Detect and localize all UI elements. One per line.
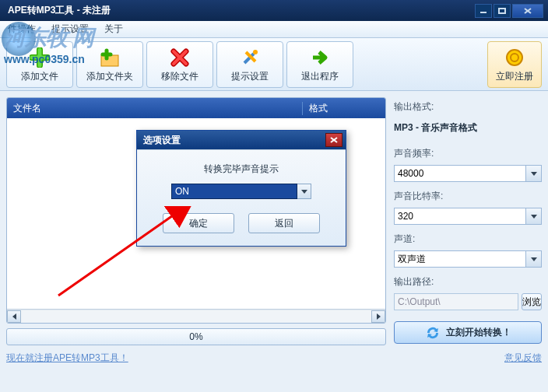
progress-bar: 0% [6, 328, 386, 345]
svg-rect-1 [499, 9, 505, 13]
start-button-label: 立刻开始转换！ [446, 326, 511, 339]
svg-point-6 [507, 50, 522, 65]
title-bar: APE转MP3工具 - 未注册 [0, 0, 548, 21]
chevron-right-icon [377, 313, 381, 320]
scroll-track[interactable] [21, 310, 371, 323]
right-pane: 输出格式: MP3 - 音乐声音格式 声音频率: 声音比特率: 声道: 输出路径… [394, 97, 542, 365]
chevron-down-icon [531, 215, 537, 219]
output-path-input[interactable] [394, 293, 518, 310]
remove-file-button[interactable]: 移除文件 [146, 41, 213, 88]
maximize-button[interactable] [494, 4, 511, 18]
bitrate-dropdown-button[interactable] [526, 208, 542, 225]
browse-button[interactable]: 浏览 [522, 293, 542, 310]
list-header: 文件名 格式 [7, 98, 385, 118]
svg-rect-4 [101, 55, 118, 66]
menu-bar: 件操作 提示设置 关于 [0, 21, 548, 38]
sound-prompt-select[interactable] [171, 184, 297, 199]
bitrate-label: 声音比特率: [394, 190, 542, 203]
chevron-down-icon [531, 172, 537, 176]
channel-dropdown-button[interactable] [526, 250, 542, 268]
channel-input[interactable] [394, 250, 526, 268]
sample-rate-dropdown-button[interactable] [526, 165, 542, 182]
scroll-right-button[interactable] [371, 310, 385, 323]
dialog-ok-button[interactable]: 确定 [163, 213, 234, 233]
output-format-value: MP3 - 音乐声音格式 [394, 118, 542, 139]
column-format[interactable]: 格式 [303, 102, 328, 115]
chevron-left-icon [12, 313, 16, 320]
output-format-label: 输出格式: [394, 100, 542, 114]
output-path-label: 输出路径: [394, 275, 542, 289]
minimize-button[interactable] [475, 4, 492, 18]
dialog-close-button[interactable] [325, 133, 342, 147]
register-button[interactable]: 立即注册 [487, 41, 542, 88]
sample-rate-label: 声音频率: [394, 147, 542, 160]
tools-icon [239, 47, 261, 68]
channel-label: 声道: [394, 233, 542, 246]
chevron-down-icon [301, 190, 307, 194]
horizontal-scrollbar[interactable] [7, 309, 385, 323]
plus-folder-icon [99, 47, 121, 68]
watermark-logo [2, 22, 36, 56]
add-folder-button[interactable]: 添加文件夹 [76, 41, 143, 88]
dialog-prompt-label: 转换完毕声音提示 [149, 163, 333, 176]
scroll-left-button[interactable] [7, 310, 21, 323]
dialog-title: 选项设置 [143, 134, 325, 147]
toolbar: 添加文件 添加文件夹 移除文件 提示设置 退出程序 立即注册 [0, 38, 548, 91]
exit-button[interactable]: 退出程序 [286, 41, 353, 88]
feedback-link[interactable]: 意见反馈 [394, 352, 542, 365]
sound-prompt-dropdown-button[interactable] [297, 184, 311, 199]
chevron-down-icon [531, 257, 537, 261]
svg-point-5 [253, 50, 258, 54]
register-link[interactable]: 现在就注册APE转MP3工具！ [6, 352, 386, 365]
column-filename[interactable]: 文件名 [7, 102, 303, 115]
start-convert-button[interactable]: 立刻开始转换！ [394, 321, 542, 344]
dialog-title-bar[interactable]: 选项设置 [137, 131, 346, 149]
x-red-icon [169, 47, 191, 68]
menu-settings[interactable]: 提示设置 [51, 23, 89, 36]
sample-rate-input[interactable] [394, 165, 526, 182]
bitrate-input[interactable] [394, 208, 526, 225]
dialog-cancel-button[interactable]: 返回 [248, 213, 320, 233]
arrow-right-green-icon [309, 47, 331, 68]
progress-text: 0% [189, 331, 202, 342]
menu-about[interactable]: 关于 [104, 23, 123, 36]
window-title: APE转MP3工具 - 未注册 [8, 4, 473, 17]
options-dialog: 选项设置 转换完毕声音提示 确定 返回 [136, 130, 346, 247]
refresh-icon [424, 324, 441, 341]
coin-icon [504, 47, 525, 68]
dialog-body: 转换完毕声音提示 确定 返回 [137, 149, 346, 246]
close-button[interactable] [512, 4, 543, 18]
settings-button[interactable]: 提示设置 [216, 41, 283, 88]
